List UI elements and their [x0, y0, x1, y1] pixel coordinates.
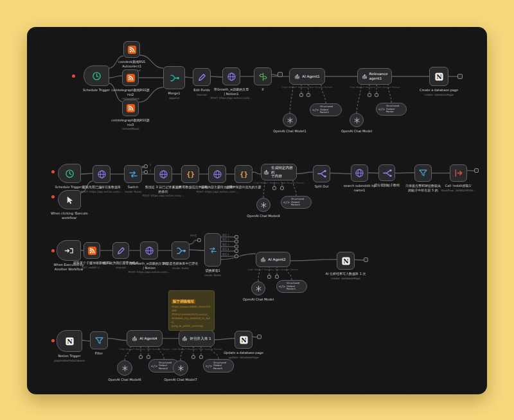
code-node[interactable]: {}: [235, 165, 253, 183]
output-stub[interactable]: [457, 74, 463, 79]
connection: [272, 74, 278, 75]
http-request-node[interactable]: [140, 241, 158, 259]
http-request-node[interactable]: [351, 164, 368, 182]
http-request-node[interactable]: [154, 165, 172, 183]
agent-title: Relevance agent1: [369, 72, 388, 80]
node-label: 查找近 3 日已记录未分类 的条目POST: https://api.notio…: [128, 185, 199, 197]
ai-agent-node[interactable]: 生成特定内容的 子内容: [261, 164, 297, 180]
connector-stub[interactable]: [280, 186, 284, 190]
rss-feed-node[interactable]: [122, 69, 139, 86]
output-stub[interactable]: [235, 249, 238, 253]
output-stub[interactable]: [197, 238, 201, 242]
rss-icon: [126, 73, 136, 83]
sticky-note-link[interactable]: enabled_my_android_to_auto_: [172, 317, 211, 324]
node-label: When Executed by Another Workflow: [33, 263, 104, 271]
node-label: When clicking 'Execute workflow': [34, 211, 105, 220]
filter-node[interactable]: [90, 331, 108, 349]
connector-stub[interactable]: [368, 93, 371, 97]
notion-node[interactable]: N: [337, 252, 355, 270]
connector-stub[interactable]: [146, 355, 150, 359]
agent-title: 评分并入库 1: [190, 337, 211, 341]
connector-stub[interactable]: [199, 355, 203, 359]
split-out-node[interactable]: [313, 165, 330, 182]
output-stub[interactable]: [235, 240, 238, 243]
notion-trigger[interactable]: N: [57, 330, 82, 352]
sticky-note-link[interactable]: ping_ai_while_running/: [172, 324, 211, 328]
merge-node[interactable]: [163, 66, 185, 89]
ai-agent-node[interactable]: AI Agent1: [289, 68, 325, 85]
manual-trigger[interactable]: [58, 190, 81, 209]
schedule-trigger[interactable]: [84, 66, 109, 86]
reddit-posts-node[interactable]: [84, 242, 100, 259]
output-label: 已存在: [190, 234, 197, 237]
output-stub[interactable]: [144, 170, 148, 174]
ai-agent-node[interactable]: AI Agent2: [256, 252, 290, 267]
node-label: Notion TriggerpageAddedToDatabase: [34, 354, 105, 362]
agent-connector-labels: Chat Model* Memory Tool Output Parser: [106, 348, 183, 351]
connector-stub[interactable]: [272, 186, 276, 190]
structured-output-parser-node[interactable]: </>Structured Output Parser: [376, 103, 407, 116]
connector-stub[interactable]: [375, 93, 378, 97]
node-label: Create a database pagecreate: databasePa…: [403, 88, 474, 96]
notion-icon: N: [65, 337, 75, 346]
dedupe-check-node[interactable]: [172, 241, 190, 259]
ai-agent-node[interactable]: Relevance agent1: [357, 68, 392, 85]
openai-chat-model-node[interactable]: [350, 113, 364, 127]
ai-agent-node[interactable]: AI Agent4: [127, 330, 163, 347]
rss-feed-node[interactable]: [122, 100, 139, 116]
connector-stub[interactable]: [139, 355, 143, 359]
sticky-note[interactable]: 贴子训练地址https://www.reddit.com/r/ChatGPTPr…: [168, 290, 215, 331]
connector-stub[interactable]: [191, 355, 195, 359]
ai-agent-node[interactable]: 评分并入库 1: [179, 330, 215, 347]
connection: [221, 254, 256, 259]
edit-fields-node[interactable]: [193, 68, 211, 86]
rss-icon: [126, 103, 136, 113]
output-stub[interactable]: [235, 235, 238, 239]
switch-node[interactable]: [124, 165, 142, 183]
connector-stub[interactable]: [299, 93, 303, 97]
output-stub[interactable]: [474, 168, 479, 173]
output-stub[interactable]: [364, 258, 368, 262]
output-stub[interactable]: [278, 72, 283, 77]
rss-feed-node[interactable]: [123, 41, 140, 58]
filter-node[interactable]: [414, 164, 432, 182]
node-label: Call 'reddit抓取1'Workflow: 2608409f00b…: [423, 184, 494, 192]
workflow-canvas[interactable]: Schedule Triggercoindesk新闻RSS Autoselect…: [27, 27, 487, 394]
openai-chat-model-node[interactable]: [251, 281, 265, 295]
structured-output-parser-node[interactable]: </>Structured Output Parser1: [310, 103, 342, 116]
notion-node[interactable]: N: [235, 331, 253, 349]
robot-icon: [260, 257, 266, 263]
code-brackets-icon: </>: [312, 108, 319, 112]
openai-chat-model-node[interactable]: [173, 360, 188, 376]
structured-output-parser-node[interactable]: </>Structured Output Parser1: [276, 280, 307, 293]
channel-switch-node[interactable]: [204, 233, 221, 267]
code-node[interactable]: {}: [181, 165, 199, 183]
split-out-node[interactable]: [378, 164, 395, 181]
output-stub[interactable]: [144, 164, 148, 168]
connector-stub[interactable]: [306, 93, 310, 97]
schedule-trigger[interactable]: [58, 164, 81, 183]
pencil-icon: [197, 73, 207, 82]
structured-output-parser-node[interactable]: </>Structured Output Parser1: [281, 196, 312, 209]
output-stub[interactable]: [235, 245, 238, 249]
globe-icon: [145, 246, 154, 256]
openai-chat-model-node[interactable]: [256, 198, 270, 212]
http-request-node[interactable]: [93, 165, 111, 183]
notion-node[interactable]: N: [429, 67, 448, 86]
sticky-note-link[interactable]: https://www.reddit.com/r/ChatG: [172, 305, 211, 313]
execute-workflow-trigger[interactable]: [57, 240, 81, 261]
execute-workflow-node[interactable]: [450, 164, 467, 182]
http-request-node[interactable]: [222, 67, 240, 85]
output-stub[interactable]: [257, 335, 261, 339]
node-label: 获取内容主题待办清单POST: https://api.notion.com/…: [182, 185, 253, 193]
connector-stub[interactable]: [275, 275, 279, 279]
edit-fields-node[interactable]: [112, 242, 129, 259]
openai-chat-model-node[interactable]: [283, 113, 297, 127]
connector-stub[interactable]: [267, 275, 271, 279]
structured-output-parser-node[interactable]: </>Structured Output Parser5: [203, 359, 234, 372]
trigger-issue-dot: [51, 339, 55, 342]
if-node[interactable]: [254, 67, 272, 85]
http-request-node[interactable]: [208, 165, 226, 183]
output-stub[interactable]: [235, 254, 238, 258]
openai-chat-model-node[interactable]: [117, 360, 132, 376]
